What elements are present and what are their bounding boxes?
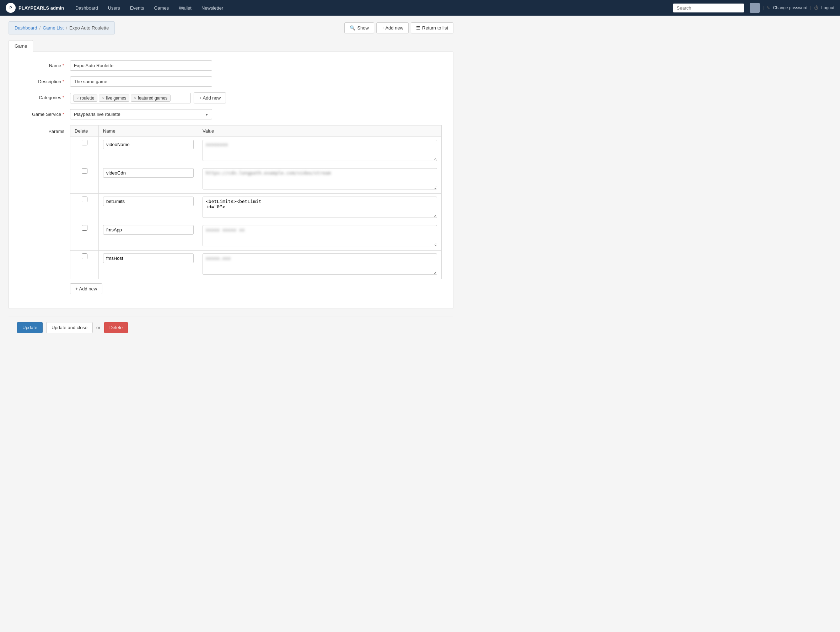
description-required: *	[63, 79, 64, 84]
param-name-cell-3	[99, 194, 198, 222]
update-close-button[interactable]: Update and close	[46, 322, 93, 333]
params-label: Params	[20, 125, 70, 134]
nav-newsletter[interactable]: Newsletter	[197, 1, 227, 15]
list-icon: ☰	[416, 25, 420, 30]
param-delete-3	[70, 194, 99, 222]
tag-remove-live-games[interactable]: ×	[102, 96, 104, 100]
breadcrumb-sep-2: /	[66, 25, 67, 30]
param-delete-checkbox-2[interactable]	[82, 168, 87, 174]
game-service-select[interactable]: Playpearls live roulette	[70, 109, 212, 119]
param-value-cell-2: https://cdn.longpath.example.com/video/s…	[198, 165, 442, 194]
param-delete-checkbox-3[interactable]	[82, 197, 87, 202]
add-param-area: + Add new	[70, 283, 442, 294]
param-value-cell-4: xxxxx xxxxx xx	[198, 222, 442, 251]
breadcrumb-gamelist[interactable]: Game List	[43, 25, 63, 30]
separator: |	[810, 5, 811, 10]
param-value-input-4[interactable]: xxxxx xxxxx xx	[202, 225, 437, 246]
divider: |	[763, 5, 764, 10]
name-required: *	[63, 63, 64, 68]
description-group: Description *	[20, 76, 442, 87]
game-service-group: Game Service * Playpearls live roulette	[20, 109, 442, 119]
table-row: xxxxxxxx	[70, 137, 442, 165]
params-table-header: Delete Name Value	[70, 125, 442, 137]
param-value-input-1[interactable]: xxxxxxxx	[202, 140, 437, 161]
table-row: <betLimits><betLimit id="0">	[70, 194, 442, 222]
params-group: Params Delete Name Value	[20, 125, 442, 294]
nav-links: Dashboard Users Events Games Wallet News…	[71, 1, 673, 15]
logo-icon: P	[6, 3, 16, 13]
categories-field: × roulette × live games × featured games…	[70, 92, 226, 103]
nav-games[interactable]: Games	[150, 1, 173, 15]
param-name-cell-2	[99, 165, 198, 194]
param-value-input-2[interactable]: https://cdn.longpath.example.com/video/s…	[202, 168, 437, 190]
navbar: P PLAYPEARLS admin Dashboard Users Event…	[0, 0, 840, 16]
breadcrumb-dashboard[interactable]: Dashboard	[14, 25, 37, 30]
name-label: Name *	[20, 60, 70, 68]
description-label: Description *	[20, 76, 70, 84]
param-name-input-1[interactable]	[103, 140, 194, 149]
add-param-button[interactable]: + Add new	[70, 283, 102, 294]
show-button[interactable]: 🔍 Show	[344, 22, 374, 33]
description-input[interactable]	[70, 76, 212, 87]
add-category-button[interactable]: + Add new	[194, 92, 226, 103]
nav-wallet[interactable]: Wallet	[174, 1, 196, 15]
param-delete-checkbox-1[interactable]	[82, 140, 87, 145]
params-table: Delete Name Value	[70, 125, 442, 279]
param-name-input-2[interactable]	[103, 168, 194, 178]
categories-label: Categories *	[20, 92, 70, 100]
search-icon: 🔍	[350, 25, 355, 30]
tag-live-games: × live games	[99, 95, 129, 102]
navbar-right: | ✎ Change password | ⏻ Logout	[750, 3, 834, 13]
delete-button[interactable]: Delete	[104, 322, 128, 333]
pencil-icon: ✎	[766, 5, 770, 10]
game-service-required: *	[63, 112, 64, 117]
tab-game[interactable]: Game	[8, 40, 33, 52]
col-value: Value	[198, 125, 442, 137]
add-new-button[interactable]: + Add new	[376, 22, 409, 33]
col-delete: Delete	[70, 125, 99, 137]
game-service-select-wrapper: Playpearls live roulette	[70, 109, 212, 119]
table-row: https://cdn.longpath.example.com/video/s…	[70, 165, 442, 194]
breadcrumb-current: Expo Auto Roulette	[69, 25, 109, 30]
action-buttons: 🔍 Show + Add new ☰ Return to list	[344, 22, 453, 33]
top-bar: Dashboard / Game List / Expo Auto Roulet…	[8, 21, 453, 35]
or-text: or	[96, 325, 101, 330]
param-delete-checkbox-5[interactable]	[82, 253, 87, 259]
brand: P PLAYPEARLS admin	[6, 3, 64, 13]
nav-events[interactable]: Events	[126, 1, 148, 15]
param-delete-checkbox-4[interactable]	[82, 225, 87, 231]
change-password-link[interactable]: Change password	[773, 5, 807, 10]
params-table-wrapper: Delete Name Value	[70, 125, 442, 294]
param-name-cell-1	[99, 137, 198, 165]
param-value-input-5[interactable]: xxxxx.xxx	[202, 253, 437, 275]
param-delete-5	[70, 251, 99, 279]
tag-remove-roulette[interactable]: ×	[76, 96, 79, 100]
logout-link[interactable]: Logout	[821, 5, 834, 10]
breadcrumb-sep-1: /	[39, 25, 41, 30]
footer-actions: Update Update and close or Delete	[8, 316, 453, 339]
tag-featured-games: × featured games	[131, 95, 171, 102]
nav-users[interactable]: Users	[104, 1, 124, 15]
table-row: xxxxx.xxx	[70, 251, 442, 279]
search-area	[673, 3, 744, 13]
update-button[interactable]: Update	[17, 322, 43, 333]
param-name-input-4[interactable]	[103, 225, 194, 235]
param-name-input-3[interactable]	[103, 197, 194, 206]
game-service-label: Game Service *	[20, 109, 70, 117]
breadcrumb: Dashboard / Game List / Expo Auto Roulet…	[8, 21, 115, 35]
param-value-input-3[interactable]: <betLimits><betLimit id="0">	[202, 197, 437, 218]
tag-roulette: × roulette	[73, 95, 97, 102]
power-icon: ⏻	[814, 5, 818, 10]
tag-remove-featured-games[interactable]: ×	[134, 96, 136, 100]
col-name: Name	[99, 125, 198, 137]
name-input[interactable]	[70, 60, 212, 71]
nav-dashboard[interactable]: Dashboard	[71, 1, 102, 15]
table-row: xxxxx xxxxx xx	[70, 222, 442, 251]
categories-group: Categories * × roulette × live games × f…	[20, 92, 442, 103]
search-input[interactable]	[673, 3, 744, 13]
param-value-cell-5: xxxxx.xxx	[198, 251, 442, 279]
categories-required: *	[63, 95, 64, 100]
param-value-cell-3: <betLimits><betLimit id="0">	[198, 194, 442, 222]
return-to-list-button[interactable]: ☰ Return to list	[411, 22, 453, 33]
param-name-input-5[interactable]	[103, 253, 194, 263]
